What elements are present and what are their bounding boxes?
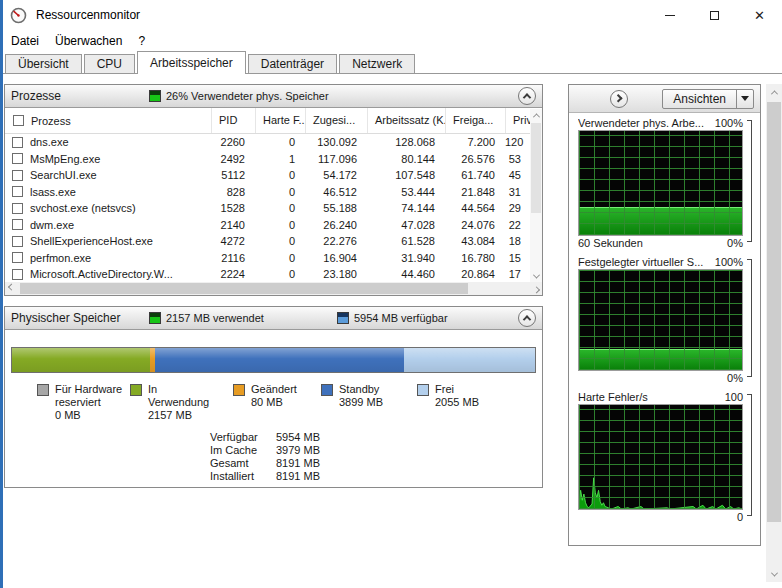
cell-name: svchost.exe (netsvcs) <box>5 200 211 217</box>
column-header-private[interactable]: Priv... <box>505 108 531 133</box>
row-checkbox[interactable] <box>12 186 23 197</box>
cell-working_set: 44.460 <box>367 266 445 281</box>
table-row[interactable]: perfmon.exe2116016.90431.94016.78015 <box>5 250 530 267</box>
menu-item-help[interactable]: ? <box>130 32 153 50</box>
graphs-panel-toolbar: Ansichten <box>569 85 760 113</box>
scroll-up-arrow[interactable] <box>766 84 782 100</box>
row-checkbox[interactable] <box>12 153 23 164</box>
table-row[interactable]: ShellExperienceHost.exe4272022.27661.528… <box>5 233 530 250</box>
cell-private: 22 <box>505 217 530 234</box>
graph-title: Verwendeter phys. Arbe... <box>578 116 704 130</box>
table-row[interactable]: lsass.exe828046.51253.44421.84831 <box>5 184 530 201</box>
tab--bersicht[interactable]: Übersicht <box>5 54 82 73</box>
cell-private: 120 <box>505 134 530 151</box>
memory-collapse-button[interactable] <box>518 309 536 327</box>
table-row[interactable]: SearchUI.exe5112054.172107.54861.74045 <box>5 167 530 184</box>
column-header-pid[interactable]: PID <box>211 108 255 133</box>
legend-value: 2055 MB <box>435 396 479 409</box>
column-header-hard_faults[interactable]: Harte F... <box>255 108 305 133</box>
row-checkbox[interactable] <box>12 203 23 214</box>
views-button[interactable]: Ansichten <box>662 89 754 109</box>
select-all-checkbox[interactable] <box>13 115 24 126</box>
row-checkbox[interactable] <box>12 137 23 148</box>
menu-item-datei[interactable]: Datei <box>3 32 47 50</box>
menu-item-ueberwachen[interactable]: Überwachen <box>47 32 130 50</box>
cell-commit: 16.904 <box>305 250 367 267</box>
graph-min-label: 0% <box>727 236 743 252</box>
row-checkbox[interactable] <box>12 252 23 263</box>
column-header-shareable[interactable]: Freiga... <box>445 108 505 133</box>
table-row[interactable]: dns.exe22600130.092128.0687.200120 <box>5 134 530 151</box>
cell-commit: 117.096 <box>305 151 367 168</box>
graphs-panel: Ansichten Verwendeter phys. Arbe...100%6… <box>568 84 761 546</box>
window-scrollbar[interactable] <box>766 84 782 582</box>
table-row[interactable]: svchost.exe (netsvcs)1528055.18874.14444… <box>5 200 530 217</box>
window-title: Ressourcenmonitor <box>36 8 140 22</box>
column-header-name[interactable]: Prozess <box>5 108 211 133</box>
scroll-up-arrow[interactable] <box>530 109 542 121</box>
views-dropdown-arrow[interactable] <box>736 90 753 108</box>
minimize-button[interactable] <box>647 0 692 30</box>
scroll-down-arrow[interactable] <box>766 566 782 582</box>
row-checkbox[interactable] <box>12 236 23 247</box>
cell-shareable: 43.084 <box>445 233 505 250</box>
legend-color-swatch <box>233 384 245 396</box>
processes-collapse-button[interactable] <box>518 87 536 105</box>
chevron-up-icon <box>523 93 531 101</box>
maximize-button[interactable] <box>692 0 737 30</box>
cell-commit: 130.092 <box>305 134 367 151</box>
left-edge-accent <box>0 0 3 588</box>
legend-text: Für Hardware reserviert0 MB <box>55 383 127 422</box>
close-button[interactable]: ✕ <box>737 0 782 30</box>
tab-arbeitsspeicher[interactable]: Arbeitsspeicher <box>137 51 246 74</box>
scroll-right-arrow[interactable] <box>530 282 542 294</box>
panel-expand-button[interactable] <box>610 90 628 108</box>
table-row[interactable]: MsMpEng.exe24921117.09680.14426.57653 <box>5 151 530 168</box>
column-header-commit[interactable]: Zugesi... <box>305 108 367 133</box>
minimize-icon <box>665 15 675 16</box>
table-row[interactable]: Microsoft.ActiveDirectory.W...2224023.18… <box>5 266 530 281</box>
table-horizontal-scrollbar[interactable] <box>5 282 542 295</box>
legend-text: Frei2055 MB <box>435 383 479 422</box>
legend-item: In Verwendung2157 MB <box>130 383 233 422</box>
graph-section: Harte Fehler/s1000 <box>569 387 760 526</box>
cell-working_set: 107.548 <box>367 167 445 184</box>
window-scroll-thumb[interactable] <box>767 102 781 522</box>
stat-value: 8191 MB <box>276 470 320 483</box>
horizontal-scroll-thumb[interactable] <box>20 283 468 294</box>
tab-netzwerk[interactable]: Netzwerk <box>339 54 415 73</box>
cell-shareable: 16.780 <box>445 250 505 267</box>
graph-bracket <box>747 259 752 377</box>
cell-hard_faults: 0 <box>255 134 305 151</box>
tab-datentr-ger[interactable]: Datenträger <box>248 54 337 73</box>
scroll-down-arrow[interactable] <box>530 270 542 282</box>
tab-bar: ÜbersichtCPUArbeitsspeicherDatenträgerNe… <box>3 52 782 74</box>
process-name: dwm.exe <box>30 217 74 233</box>
column-header-working_set[interactable]: Arbeitssatz (K... <box>367 108 445 133</box>
row-checkbox[interactable] <box>12 219 23 230</box>
row-checkbox[interactable] <box>12 170 23 181</box>
table-row[interactable]: dwm.exe2140026.24047.02824.07622 <box>5 217 530 234</box>
table-vertical-scrollbar[interactable] <box>530 109 542 282</box>
memory-title: Physischer Speicher <box>11 311 149 325</box>
legend-item: Geändert80 MB <box>233 383 321 422</box>
graph-max-label: 100% <box>715 116 743 130</box>
legend-label: In Verwendung <box>148 383 214 409</box>
cell-pid: 828 <box>211 184 255 201</box>
graph-max-label: 100 <box>725 390 743 404</box>
graph-section: Festgelegter virtueller S...100%0% <box>569 252 760 387</box>
processes-panel: Prozesse 26% Verwendeter phys. Speicher … <box>4 84 543 296</box>
cell-working_set: 128.068 <box>367 134 445 151</box>
graph-canvas <box>578 269 743 371</box>
stat-label: Verfügbar <box>210 431 276 444</box>
tab-cpu[interactable]: CPU <box>84 54 135 73</box>
legend-value: 3899 MB <box>339 396 383 409</box>
graph-label-row: Verwendeter phys. Arbe...100% <box>578 116 743 130</box>
vertical-scroll-thumb[interactable] <box>531 123 541 213</box>
stat-value: 5954 MB <box>276 431 320 444</box>
scroll-left-arrow[interactable] <box>5 282 17 294</box>
cell-hard_faults: 0 <box>255 167 305 184</box>
row-checkbox[interactable] <box>12 269 23 280</box>
cell-hard_faults: 0 <box>255 233 305 250</box>
processes-status-text: 26% Verwendeter phys. Speicher <box>166 90 329 102</box>
